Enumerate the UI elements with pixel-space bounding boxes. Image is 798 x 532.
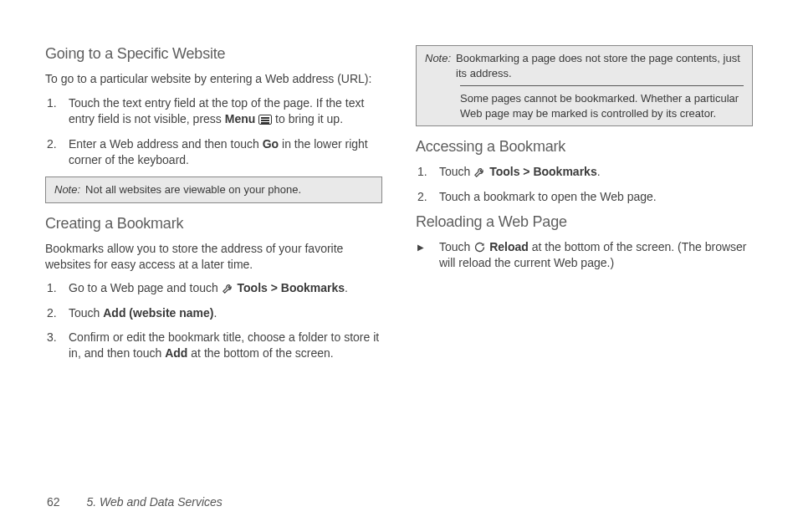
creating-steps-list: Go to a Web page and touch Tools > Bookm… [65, 280, 382, 361]
reload-list: Touch Reload at the bottom of the screen… [436, 239, 753, 272]
text: Touch [439, 165, 473, 178]
dot: . [345, 281, 348, 294]
going-steps-list: Touch the text entry field at the top of… [65, 95, 382, 168]
heading-creating-bookmark: Creating a Bookmark [45, 215, 382, 233]
creating-step-2: Touch Add (website name). [65, 305, 382, 321]
bookmarks-label: Bookmarks [281, 281, 345, 294]
note-text: Bookmarking a page does not store the pa… [456, 51, 744, 80]
access-step-2: Touch a bookmark to open the Web page. [436, 189, 753, 205]
tools-label: Tools [486, 165, 519, 178]
text: Touch [439, 240, 473, 253]
two-column-layout: Going to a Specific Website To go to a p… [45, 40, 753, 371]
text: Enter a Web address and then touch [69, 137, 263, 151]
note-box-1: Note: Not all websites are viewable on y… [45, 176, 382, 203]
heading-accessing-bookmark: Accessing a Bookmark [416, 138, 753, 156]
add-label: Add [165, 346, 187, 360]
going-step-1: Touch the text entry field at the top of… [65, 95, 382, 128]
gt: > [519, 165, 533, 178]
go-label: Go [263, 137, 279, 151]
heading-reloading-page: Reloading a Web Page [416, 213, 753, 231]
intro-creating: Bookmarks allow you to store the address… [45, 241, 382, 273]
text: Go to a Web page and touch [69, 281, 222, 294]
dot: . [597, 165, 601, 178]
gt: > [268, 281, 281, 294]
note-box-2: Note: Bookmarking a page does not store … [416, 45, 753, 126]
creating-step-3: Confirm or edit the bookmark title, choo… [65, 330, 382, 362]
tools-icon [473, 165, 486, 178]
text: at the bottom of the screen. [187, 346, 333, 360]
tools-icon [222, 281, 234, 294]
menu-icon [258, 115, 272, 125]
creating-step-1: Go to a Web page and touch Tools > Bookm… [65, 280, 382, 296]
dot: . [214, 306, 217, 320]
left-column: Going to a Specific Website To go to a p… [45, 40, 382, 371]
reload-item: Touch Reload at the bottom of the screen… [436, 239, 753, 272]
page-number: 62 [47, 495, 60, 509]
going-step-2: Enter a Web address and then touch Go in… [65, 136, 382, 169]
note-label: Note: [425, 51, 451, 80]
chapter-title: 5. Web and Data Services [86, 495, 222, 509]
note-label: Note: [54, 182, 80, 197]
tools-label: Tools [234, 281, 268, 294]
reload-icon [473, 240, 486, 253]
heading-going-to-website: Going to a Specific Website [45, 45, 382, 63]
note-extra-text: Some pages cannot be bookmarked. Whether… [460, 91, 744, 120]
text: Touch [69, 306, 103, 320]
document-page: Going to a Specific Website To go to a p… [0, 0, 798, 532]
add-website-label: Add (website name) [103, 306, 213, 320]
bookmarks-label: Bookmarks [533, 165, 596, 178]
page-footer: 62 5. Web and Data Services [47, 495, 223, 509]
text: to bring it up. [272, 112, 343, 125]
menu-label: Menu [225, 112, 256, 125]
right-column: Note: Bookmarking a page does not store … [416, 40, 753, 371]
access-step-1: Touch Tools > Bookmarks. [436, 164, 753, 180]
note-divider [460, 85, 744, 86]
reload-label: Reload [486, 240, 529, 253]
access-steps-list: Touch Tools > Bookmarks. Touch a bookmar… [436, 164, 753, 205]
note-text: Not all websites are viewable on your ph… [85, 182, 373, 197]
intro-going: To go to a particular website by enterin… [45, 71, 382, 87]
